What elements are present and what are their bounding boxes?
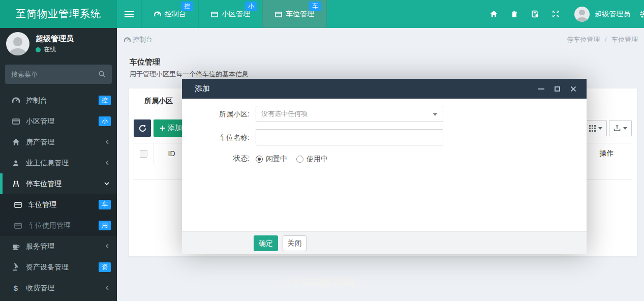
person-icon — [10, 160, 21, 167]
coffee-icon — [10, 243, 21, 250]
sidebar-user-name: 超级管理员 — [36, 34, 74, 44]
status-field-label: 状态: — [182, 153, 250, 163]
hamburger-icon — [125, 10, 134, 19]
dollar-icon: $ — [10, 284, 21, 292]
toolbar-right — [582, 120, 632, 136]
sidebar-item-parking[interactable]: 停车位管理 — [0, 173, 117, 194]
caret-down-icon — [598, 127, 602, 130]
gauge-icon — [154, 11, 161, 18]
home-icon[interactable] — [490, 10, 498, 18]
select-all-checkbox[interactable] — [140, 150, 147, 158]
grid-icon — [589, 125, 596, 132]
sidebar-item-assets[interactable]: 资产设备管理 资 — [0, 257, 117, 278]
chevron-left-icon — [105, 139, 110, 145]
menu-toggle-button[interactable] — [117, 0, 141, 28]
online-dot — [36, 47, 41, 52]
road-icon — [10, 180, 21, 188]
sidebar-item-services[interactable]: 服务管理 — [0, 236, 117, 257]
chevron-left-icon — [105, 243, 110, 249]
gauge-icon — [124, 37, 131, 43]
dialog-title: 添加 — [195, 84, 210, 94]
breadcrumb-current[interactable]: 车位管理 — [611, 36, 638, 43]
page-title: 车位管理 — [130, 57, 249, 67]
refresh-button[interactable] — [134, 119, 151, 137]
nav-tab-parking[interactable]: 车位管理 车 — [262, 0, 327, 28]
top-navbar: 至简物业管理系统 控制台 控 小区管理 小 车位管理 车 — [0, 0, 644, 28]
name-field-label: 车位名称: — [182, 129, 250, 145]
search-input[interactable] — [11, 65, 93, 84]
sidebar-item-owners[interactable]: 业主信息管理 — [0, 153, 117, 173]
breadcrumb-separator: / — [605, 36, 607, 43]
sidebar-item-parking-usage[interactable]: 车位使用管理 用 — [0, 215, 117, 236]
card-icon — [12, 201, 23, 208]
tab-badge: 控 — [181, 2, 193, 11]
chevron-down-icon — [104, 180, 110, 187]
export-dropdown-button[interactable] — [609, 120, 632, 136]
menu-badge: 控 — [99, 96, 111, 105]
app-title: 至简物业管理系统 — [0, 0, 117, 28]
cancel-button[interactable]: 关闭 — [283, 235, 306, 251]
add-dialog: 添加 所属小区: 没有选中任何项 车位名称: 状态: 闲置中 使用中 — [182, 79, 587, 254]
minimize-icon[interactable] — [538, 88, 544, 89]
user-avatar[interactable] — [574, 7, 590, 22]
window-controls — [528, 86, 576, 92]
chevron-left-icon — [105, 285, 110, 291]
gavel-icon — [10, 263, 21, 271]
maximize-icon[interactable] — [555, 86, 560, 92]
community-select[interactable]: 没有选中任何项 — [256, 106, 443, 122]
user-name[interactable]: 超级管理员 — [595, 10, 630, 19]
sidebar-item-community[interactable]: 小区管理 小 — [0, 111, 117, 132]
sidebar-user-status: 在线 — [36, 45, 56, 54]
sidebar-menu: 控制台 控 小区管理 小 房产管理 业主信息管理 停车位管理 车位管 — [0, 90, 117, 298]
card-icon — [12, 222, 23, 229]
watermark: YYDS源码网 — [285, 275, 356, 289]
nav-tab-dashboard[interactable]: 控制台 控 — [141, 0, 198, 28]
dialog-header[interactable]: 添加 — [182, 79, 587, 99]
dialog-footer: 确定 关闭 — [182, 231, 587, 254]
active-indicator — [0, 173, 3, 194]
settings-gear-icon[interactable] — [639, 10, 644, 18]
menu-badge: 资 — [99, 262, 111, 272]
sidebar-search — [5, 65, 112, 84]
gauge-icon — [10, 97, 21, 104]
tab-badge: 车 — [309, 2, 321, 11]
community-select-value: 没有选中任何项 — [256, 106, 443, 122]
card-icon — [211, 11, 218, 18]
radio-inuse-label: 使用中 — [306, 155, 328, 164]
confirm-button[interactable]: 确定 — [254, 235, 278, 251]
menu-badge: 车 — [99, 200, 111, 209]
parking-submenu: 车位管理 车 车位使用管理 用 — [0, 194, 117, 236]
community-field-label: 所属小区: — [182, 106, 250, 122]
sidebar-item-parking-spaces[interactable]: 车位管理 车 — [0, 194, 117, 215]
card-icon — [275, 11, 282, 18]
nav-tabs: 控制台 控 小区管理 小 车位管理 车 — [117, 0, 327, 28]
page-subtitle: 用于管理小区里每一个停车位的基本信息 — [130, 70, 249, 79]
card-icon — [10, 117, 21, 125]
tab-badge: 小 — [245, 2, 257, 11]
breadcrumb-right: 停车位管理 / 车位管理 — [567, 35, 638, 44]
log-book-icon[interactable] — [531, 10, 539, 18]
caret-down-icon — [623, 127, 627, 130]
search-icon[interactable] — [98, 70, 106, 78]
column-header-action[interactable]: 操作 — [581, 143, 632, 164]
dialog-body: 所属小区: 没有选中任何项 车位名称: 状态: 闲置中 使用中 — [182, 99, 587, 231]
sidebar: 超级管理员 在线 控制台 控 小区管理 小 房产管理 业主信息管理 — [0, 28, 117, 301]
breadcrumb[interactable]: 控制台 — [124, 35, 152, 44]
sidebar-item-property[interactable]: 房产管理 — [0, 132, 117, 153]
trash-icon[interactable] — [511, 11, 518, 18]
plus-icon — [160, 125, 166, 131]
sidebar-item-dashboard[interactable]: 控制台 控 — [0, 90, 117, 111]
radio-idle[interactable] — [256, 156, 263, 163]
menu-badge: 用 — [99, 221, 111, 230]
fullscreen-icon[interactable] — [552, 10, 560, 18]
sidebar-avatar[interactable] — [6, 32, 29, 55]
page-header: 车位管理 用于管理小区里每一个停车位的基本信息 — [130, 57, 249, 79]
columns-dropdown-button[interactable] — [584, 120, 607, 136]
parking-name-input[interactable] — [256, 129, 443, 145]
sidebar-item-fees[interactable]: $ 收费管理 — [0, 278, 117, 298]
nav-tab-community[interactable]: 小区管理 小 — [198, 0, 262, 28]
radio-inuse[interactable] — [296, 156, 303, 163]
sidebar-user-block: 超级管理员 在线 — [0, 28, 117, 59]
breadcrumb-section[interactable]: 停车位管理 — [567, 36, 600, 43]
close-icon[interactable] — [570, 86, 576, 92]
